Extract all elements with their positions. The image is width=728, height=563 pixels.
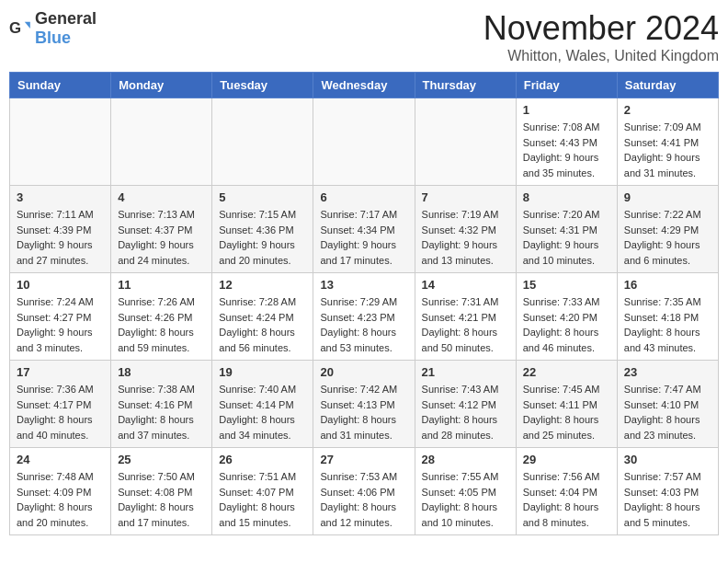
calendar-cell (313, 98, 415, 186)
weekday-header: Wednesday (313, 73, 415, 98)
day-number: 9 (624, 190, 711, 204)
day-info: Sunrise: 7:28 AM Sunset: 4:24 PM Dayligh… (219, 294, 306, 355)
day-info: Sunrise: 7:56 AM Sunset: 4:04 PM Dayligh… (523, 469, 610, 530)
day-number: 13 (320, 278, 407, 292)
calendar-cell: 2Sunrise: 7:09 AM Sunset: 4:41 PM Daylig… (617, 98, 718, 186)
calendar-cell: 15Sunrise: 7:33 AM Sunset: 4:20 PM Dayli… (516, 273, 617, 361)
day-info: Sunrise: 7:11 AM Sunset: 4:39 PM Dayligh… (17, 207, 104, 268)
day-info: Sunrise: 7:19 AM Sunset: 4:32 PM Dayligh… (422, 207, 509, 268)
calendar-cell (111, 98, 212, 186)
day-number: 10 (17, 278, 104, 292)
day-number: 21 (422, 365, 509, 379)
day-info: Sunrise: 7:36 AM Sunset: 4:17 PM Dayligh… (17, 382, 104, 442)
logo: G General Blue (9, 9, 97, 48)
weekday-header: Monday (111, 73, 212, 98)
calendar-cell: 24Sunrise: 7:48 AM Sunset: 4:09 PM Dayli… (10, 448, 111, 535)
day-number: 30 (624, 453, 711, 466)
calendar-cell: 3Sunrise: 7:11 AM Sunset: 4:39 PM Daylig… (10, 186, 111, 273)
calendar-table: SundayMondayTuesdayWednesdayThursdayFrid… (9, 72, 719, 535)
day-info: Sunrise: 7:51 AM Sunset: 4:07 PM Dayligh… (219, 469, 306, 530)
calendar-cell: 25Sunrise: 7:50 AM Sunset: 4:08 PM Dayli… (111, 448, 212, 535)
day-info: Sunrise: 7:55 AM Sunset: 4:05 PM Dayligh… (422, 469, 509, 530)
calendar-cell: 26Sunrise: 7:51 AM Sunset: 4:07 PM Dayli… (212, 448, 313, 535)
day-info: Sunrise: 7:43 AM Sunset: 4:12 PM Dayligh… (422, 382, 509, 442)
calendar-cell: 30Sunrise: 7:57 AM Sunset: 4:03 PM Dayli… (617, 448, 718, 535)
day-number: 7 (422, 190, 509, 204)
day-info: Sunrise: 7:24 AM Sunset: 4:27 PM Dayligh… (17, 294, 104, 355)
day-info: Sunrise: 7:47 AM Sunset: 4:10 PM Dayligh… (624, 382, 711, 442)
day-info: Sunrise: 7:29 AM Sunset: 4:23 PM Dayligh… (320, 294, 407, 355)
day-info: Sunrise: 7:50 AM Sunset: 4:08 PM Dayligh… (118, 469, 205, 530)
calendar-cell: 12Sunrise: 7:28 AM Sunset: 4:24 PM Dayli… (212, 273, 313, 361)
day-number: 26 (219, 453, 306, 466)
weekday-header: Friday (516, 73, 617, 98)
title-area: November 2024 Whitton, Wales, United Kin… (483, 9, 719, 64)
calendar-cell: 4Sunrise: 7:13 AM Sunset: 4:37 PM Daylig… (111, 186, 212, 273)
day-number: 23 (624, 365, 711, 379)
day-info: Sunrise: 7:35 AM Sunset: 4:18 PM Dayligh… (624, 294, 711, 355)
day-info: Sunrise: 7:48 AM Sunset: 4:09 PM Dayligh… (17, 469, 104, 530)
calendar-cell: 9Sunrise: 7:22 AM Sunset: 4:29 PM Daylig… (617, 186, 718, 273)
day-number: 5 (219, 190, 306, 204)
calendar-cell: 11Sunrise: 7:26 AM Sunset: 4:26 PM Dayli… (111, 273, 212, 361)
day-info: Sunrise: 7:13 AM Sunset: 4:37 PM Dayligh… (118, 207, 205, 268)
day-number: 15 (523, 278, 610, 292)
day-info: Sunrise: 7:22 AM Sunset: 4:29 PM Dayligh… (624, 207, 711, 268)
day-number: 25 (118, 453, 205, 466)
calendar-cell (415, 98, 516, 186)
calendar-week-row: 10Sunrise: 7:24 AM Sunset: 4:27 PM Dayli… (10, 273, 719, 361)
month-title: November 2024 (483, 9, 719, 48)
calendar-cell: 5Sunrise: 7:15 AM Sunset: 4:36 PM Daylig… (212, 186, 313, 273)
day-info: Sunrise: 7:42 AM Sunset: 4:13 PM Dayligh… (320, 382, 407, 442)
day-number: 17 (17, 365, 104, 379)
day-number: 12 (219, 278, 306, 292)
day-number: 28 (422, 453, 509, 466)
calendar-header-row: SundayMondayTuesdayWednesdayThursdayFrid… (10, 73, 719, 98)
day-info: Sunrise: 7:09 AM Sunset: 4:41 PM Dayligh… (624, 120, 711, 180)
day-number: 19 (219, 365, 306, 379)
day-info: Sunrise: 7:17 AM Sunset: 4:34 PM Dayligh… (320, 207, 407, 268)
calendar-cell: 28Sunrise: 7:55 AM Sunset: 4:05 PM Dayli… (415, 448, 516, 535)
calendar-cell: 18Sunrise: 7:38 AM Sunset: 4:16 PM Dayli… (111, 361, 212, 448)
day-number: 11 (118, 278, 205, 292)
svg-text:G: G (9, 19, 21, 37)
day-info: Sunrise: 7:33 AM Sunset: 4:20 PM Dayligh… (523, 294, 610, 355)
calendar-cell: 14Sunrise: 7:31 AM Sunset: 4:21 PM Dayli… (415, 273, 516, 361)
day-info: Sunrise: 7:57 AM Sunset: 4:03 PM Dayligh… (624, 469, 711, 530)
day-number: 8 (523, 190, 610, 204)
logo-text-general: General (35, 9, 97, 28)
weekday-header: Tuesday (212, 73, 313, 98)
calendar-cell: 21Sunrise: 7:43 AM Sunset: 4:12 PM Dayli… (415, 361, 516, 448)
day-number: 1 (523, 103, 610, 117)
calendar-cell: 6Sunrise: 7:17 AM Sunset: 4:34 PM Daylig… (313, 186, 415, 273)
location-title: Whitton, Wales, United Kingdom (483, 48, 719, 64)
calendar-cell: 29Sunrise: 7:56 AM Sunset: 4:04 PM Dayli… (516, 448, 617, 535)
day-number: 20 (320, 365, 407, 379)
day-number: 6 (320, 190, 407, 204)
calendar-cell: 19Sunrise: 7:40 AM Sunset: 4:14 PM Dayli… (212, 361, 313, 448)
day-info: Sunrise: 7:31 AM Sunset: 4:21 PM Dayligh… (422, 294, 509, 355)
calendar-cell: 16Sunrise: 7:35 AM Sunset: 4:18 PM Dayli… (617, 273, 718, 361)
calendar-cell: 17Sunrise: 7:36 AM Sunset: 4:17 PM Dayli… (10, 361, 111, 448)
day-info: Sunrise: 7:40 AM Sunset: 4:14 PM Dayligh… (219, 382, 306, 442)
day-number: 27 (320, 453, 407, 466)
day-number: 4 (118, 190, 205, 204)
day-number: 2 (624, 103, 711, 117)
day-number: 22 (523, 365, 610, 379)
day-info: Sunrise: 7:15 AM Sunset: 4:36 PM Dayligh… (219, 207, 306, 268)
weekday-header: Thursday (415, 73, 516, 98)
day-info: Sunrise: 7:26 AM Sunset: 4:26 PM Dayligh… (118, 294, 205, 355)
calendar-cell: 22Sunrise: 7:45 AM Sunset: 4:11 PM Dayli… (516, 361, 617, 448)
day-info: Sunrise: 7:38 AM Sunset: 4:16 PM Dayligh… (118, 382, 205, 442)
calendar-cell: 7Sunrise: 7:19 AM Sunset: 4:32 PM Daylig… (415, 186, 516, 273)
calendar-cell: 8Sunrise: 7:20 AM Sunset: 4:31 PM Daylig… (516, 186, 617, 273)
calendar-week-row: 17Sunrise: 7:36 AM Sunset: 4:17 PM Dayli… (10, 361, 719, 448)
svg-marker-1 (25, 22, 30, 29)
day-number: 3 (17, 190, 104, 204)
calendar-week-row: 3Sunrise: 7:11 AM Sunset: 4:39 PM Daylig… (10, 186, 719, 273)
calendar-cell (212, 98, 313, 186)
weekday-header: Saturday (617, 73, 718, 98)
day-number: 29 (523, 453, 610, 466)
day-number: 16 (624, 278, 711, 292)
day-info: Sunrise: 7:45 AM Sunset: 4:11 PM Dayligh… (523, 382, 610, 442)
